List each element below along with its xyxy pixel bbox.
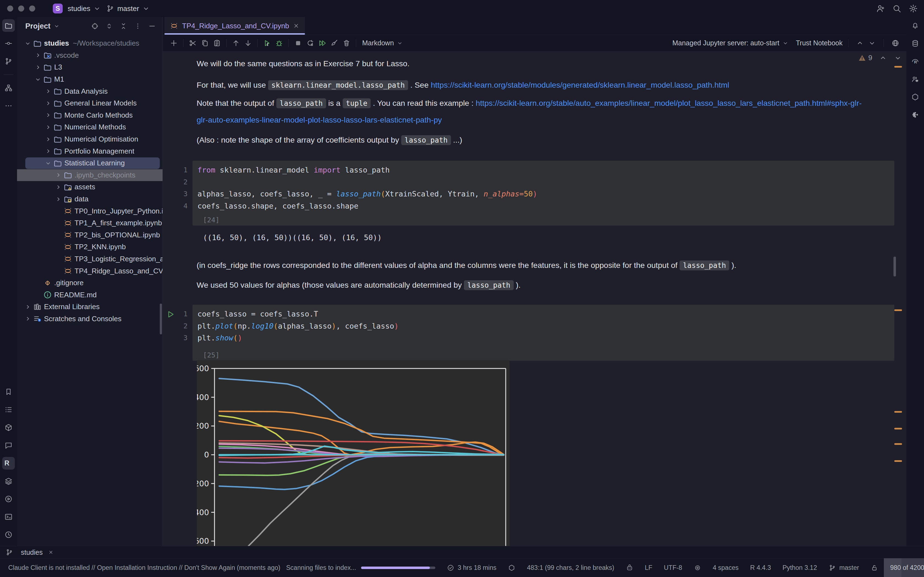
markdown-cell[interactable]: We used 50 values for alphas (those valu… [197,277,520,293]
editor-scrollbar[interactable] [893,256,896,276]
problems-icon[interactable] [2,529,15,541]
error-stripe-mark[interactable] [894,428,902,429]
window-zoom-button[interactable] [29,5,35,11]
tree-item-studies[interactable]: studies~/Workspace/studies [17,37,163,50]
bookmarks-icon[interactable] [2,385,15,398]
chevron-right-icon[interactable] [53,171,63,179]
debug-cell-button[interactable] [273,37,285,49]
markdown-cell[interactable]: Note that the output of lasso_path is a … [197,95,862,128]
file-encoding[interactable]: UTF-8 [658,558,688,577]
settings-gear-icon[interactable] [909,4,918,13]
r-tools-icon[interactable]: R [909,55,922,68]
structure-icon[interactable] [2,82,15,94]
add-cell-button[interactable] [168,37,180,49]
r-interpreter[interactable]: R 4.4.3 [745,558,777,577]
services-icon[interactable] [2,493,15,505]
database-icon[interactable] [2,475,15,487]
tree-item-readme-md[interactable]: README.md [17,289,163,301]
r-console-icon[interactable]: R [2,457,15,469]
move-cell-down-button[interactable] [242,37,254,49]
tree-item-data-analysis[interactable]: Data Analysis [17,85,163,97]
chevron-right-icon[interactable] [33,64,43,71]
tree-item-tp2-bis-optional-ipynb[interactable]: TP2_bis_OPTIONAL.ipynb [17,229,163,241]
hide-panel-icon[interactable] [148,22,156,30]
time-tracker[interactable]: 3 hrs 18 mins [441,558,502,577]
next-problem-icon[interactable] [894,54,902,62]
git-tab-studies[interactable]: studies [21,548,53,556]
code-with-me-users-icon[interactable] [876,4,885,13]
chevron-down-icon[interactable] [53,23,60,29]
tree-item-tp3-logistic-regression-and-more-ipynb[interactable]: TP3_Logistic_Regression_and_more.ipynb [17,253,163,265]
todo-icon[interactable] [2,403,15,416]
hyperlink[interactable]: https://scikit-learn.org/stable/auto_exa… [476,98,862,108]
chevron-right-icon[interactable] [44,88,53,95]
jupyter-server-dropdown[interactable]: Managed Jupyter server: auto-start [672,39,789,47]
window-close-button[interactable] [7,5,13,11]
chevron-right-icon[interactable] [53,196,63,203]
error-stripe-mark[interactable] [894,443,902,445]
open-in-browser-button[interactable] [889,37,901,49]
caret-position[interactable]: 483:1 (99 chars, 2 line breaks) [521,558,620,577]
chevron-right-icon[interactable] [23,315,32,322]
error-stripe-mark[interactable] [894,460,902,462]
clear-outputs-button[interactable] [328,37,341,49]
tree-item-general-linear-models[interactable]: General Linear Models [17,97,163,110]
notebook-content[interactable]: We will do the same questions as in Exer… [163,52,906,546]
markdown-cell[interactable]: (in coefs_ridge the rows corresponded to… [197,257,736,274]
tree-item-tp4-ridge-lasso-and-cv-ipynb[interactable]: TP4_Ridge_Lasso_and_CV.ipynb [17,265,163,277]
move-cell-up-button[interactable] [230,37,242,49]
tree-item--vscode[interactable]: .vscode [17,50,163,61]
stop-kernel-button[interactable] [292,37,304,49]
pull-requests-icon[interactable] [2,55,15,68]
indent-style[interactable]: 4 spaces [707,558,745,577]
tree-item-tp1-a-first-example-ipynb[interactable]: TP1_A_first_example.ipynb [17,217,163,229]
write-access-lock[interactable] [865,558,884,577]
tree-item-monte-carlo-methods[interactable]: Monte Carlo Methods [17,110,163,121]
error-stripe-mark[interactable] [894,411,902,413]
project-folder-icon[interactable] [2,19,15,32]
prev-cell-button[interactable] [854,37,866,49]
markdown-cell[interactable]: (Also : note the shape of the array of c… [197,132,462,148]
code-editor[interactable]: coefs_lasso = coefs_lasso.Tplt.plot(np.l… [192,305,894,344]
error-stripe-mark[interactable] [894,309,902,311]
vcs-branch-selector[interactable]: master [106,5,150,13]
tree-item-m1[interactable]: M1 [17,73,163,85]
database-tool-icon[interactable] [909,37,922,50]
packages-icon[interactable] [2,421,15,434]
search-everywhere-icon[interactable] [892,4,901,13]
locate-file-icon[interactable] [91,22,99,30]
panel-options-icon[interactable] [134,22,142,30]
project-scrollbar[interactable] [160,304,162,334]
claude-widget[interactable] [620,558,639,577]
terminal-icon[interactable] [2,511,15,523]
hyperlink[interactable]: glr-auto-examples-linear-model-plot-lass… [197,115,442,124]
status-message[interactable]: Claude Client is not installed // Open I… [0,564,280,572]
paste-cell-button[interactable] [211,37,223,49]
notifications-icon[interactable] [909,19,922,32]
code-editor[interactable]: from sklearn.linear_model import lasso_p… [192,161,894,212]
trust-notebook-button[interactable]: Trust Notebook [796,39,843,47]
code-with-me-icon[interactable] [909,73,922,85]
tree-item-tp2-knn-ipynb[interactable]: TP2_KNN.ipynb [17,241,163,253]
tab-notebook[interactable]: TP4_Ridge_Lasso_and_CV.ipynb [165,17,305,35]
chevron-right-icon[interactable] [33,52,43,59]
tree-item-statistical-learning[interactable]: Statistical Learning [17,157,163,169]
error-stripe-mark[interactable] [894,66,902,68]
tree-item-assets[interactable]: assets [17,181,163,193]
plugins-icon[interactable] [909,108,922,121]
delete-cell-button[interactable] [341,37,352,49]
chat-icon[interactable] [2,439,15,452]
memory-indicator[interactable]: 980 of 4200M [884,558,924,577]
markdown-cell[interactable]: For that, we will use sklearn.linear_mod… [197,77,729,93]
project-selector[interactable]: studies [68,5,101,13]
tree-item-numerical-methods[interactable]: Numerical Methods [17,121,163,133]
commit-icon[interactable] [2,37,15,50]
code-cell[interactable]: 123 coefs_lasso = coefs_lasso.Tplt.plot(… [192,305,894,361]
git-branch-widget[interactable]: master [823,558,865,577]
chevron-right-icon[interactable] [44,124,53,131]
column-selection-mode[interactable] [688,558,707,577]
tree-item-portfolio-management[interactable]: Portfolio Management [17,145,163,157]
chevron-right-icon[interactable] [53,184,63,191]
hyperlink[interactable]: https://scikit-learn.org/stable/modules/… [431,81,729,89]
tree-item-numerical-optimisation[interactable]: Numerical Optimisation [17,133,163,145]
